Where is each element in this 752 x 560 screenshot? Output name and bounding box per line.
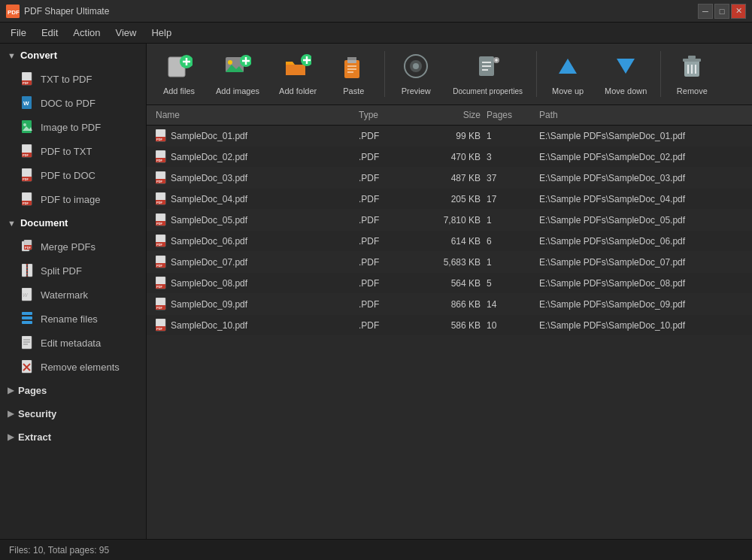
svg-text:PDF: PDF [25, 246, 32, 250]
document-properties-button[interactable]: Document properties [444, 48, 532, 100]
table-row[interactable]: PDF SampleDoc_01.pdf .PDF 99 KB 1 E:\Sam… [147, 126, 752, 147]
table-row[interactable]: PDF SampleDoc_04.pdf .PDF 205 KB 17 E:\S… [147, 189, 752, 210]
sidebar: ▼ Convert PDF TXT to PDF W DOC to PDF [0, 44, 147, 539]
svg-text:PDF: PDF [156, 243, 163, 247]
file-name: SampleDoc_06.pdf [171, 236, 247, 247]
file-size: 99 KB [416, 129, 484, 143]
move-up-button[interactable]: Move up [541, 48, 594, 100]
table-row[interactable]: PDF SampleDoc_02.pdf .PDF 470 KB 3 E:\Sa… [147, 147, 752, 168]
maximize-button[interactable]: □ [714, 4, 729, 19]
file-pdf-icon: PDF [156, 150, 166, 163]
remove-icon [678, 53, 705, 83]
sidebar-item-watermark[interactable]: W Watermark [0, 283, 146, 307]
table-row[interactable]: PDF SampleDoc_08.pdf .PDF 564 KB 5 E:\Sa… [147, 273, 752, 294]
svg-point-44 [228, 60, 232, 65]
sidebar-section-pages[interactable]: ▶ Pages [0, 379, 146, 402]
table-row[interactable]: PDF SampleDoc_06.pdf .PDF 614 KB 6 E:\Sa… [147, 231, 752, 252]
svg-point-8 [23, 123, 26, 126]
menu-help[interactable]: Help [144, 24, 179, 41]
file-name: SampleDoc_01.pdf [171, 131, 247, 141]
file-list-container: Name Type Size Pages Path PDF SampleDoc_… [147, 105, 752, 539]
move-down-button[interactable]: Move down [596, 48, 656, 100]
file-pages: 3 [484, 150, 536, 164]
svg-text:PDF: PDF [23, 201, 29, 205]
file-name-cell: PDF SampleDoc_10.pdf [153, 317, 356, 333]
sidebar-item-image-to-pdf[interactable]: Image to PDF [0, 115, 146, 139]
sidebar-item-pdf-to-doc[interactable]: PDF PDF to DOC [0, 163, 146, 187]
svg-text:PDF: PDF [156, 180, 163, 183]
sidebar-item-txt-to-pdf[interactable]: PDF TXT to PDF [0, 67, 146, 91]
minimize-button[interactable]: ─ [698, 4, 713, 19]
sidebar-item-pdf-to-txt[interactable]: PDF PDF to TXT [0, 139, 146, 163]
watermark-label: Watermark [41, 289, 88, 301]
add-images-icon [224, 53, 251, 83]
add-files-button[interactable]: Add files [153, 48, 205, 100]
menu-view[interactable]: View [108, 24, 144, 41]
paste-icon [340, 53, 367, 83]
sidebar-section-convert[interactable]: ▼ Convert [0, 44, 146, 67]
file-pages: 37 [484, 171, 536, 185]
title-bar: PDF PDF Shaper Ultimate ─ □ ✕ [0, 0, 752, 23]
svg-text:PDF: PDF [8, 9, 20, 16]
pdf-to-image-icon: PDF [21, 192, 35, 206]
sidebar-section-document[interactable]: ▼ Document [0, 211, 146, 235]
file-pdf-icon: PDF [156, 298, 166, 310]
close-button[interactable]: ✕ [731, 4, 746, 19]
file-path: E:\Sample PDFs\SampleDoc_05.pdf [536, 213, 746, 227]
toolbar: Add files Add images [147, 44, 752, 105]
svg-point-60 [413, 63, 419, 69]
file-name: SampleDoc_03.pdf [171, 173, 247, 183]
table-row[interactable]: PDF SampleDoc_07.pdf .PDF 5,683 KB 1 E:\… [147, 252, 752, 273]
sidebar-item-rename-files[interactable]: Rename files [0, 307, 146, 331]
window-controls: ─ □ ✕ [698, 4, 746, 19]
add-images-button[interactable]: Add images [207, 48, 268, 100]
table-row[interactable]: PDF SampleDoc_05.pdf .PDF 7,810 KB 1 E:\… [147, 210, 752, 231]
file-name: SampleDoc_09.pdf [171, 299, 247, 310]
table-row[interactable]: PDF SampleDoc_03.pdf .PDF 487 KB 37 E:\S… [147, 168, 752, 189]
table-row[interactable]: PDF SampleDoc_10.pdf .PDF 586 KB 10 E:\S… [147, 315, 752, 336]
col-path: Path [536, 108, 746, 122]
svg-marker-68 [559, 59, 577, 74]
remove-button[interactable]: Remove [666, 48, 718, 100]
menu-action[interactable]: Action [65, 24, 108, 41]
svg-text:PDF: PDF [23, 81, 29, 85]
preview-button[interactable]: Preview [390, 48, 442, 100]
doc-to-pdf-icon: W [21, 96, 35, 110]
svg-text:PDF: PDF [156, 327, 163, 331]
pages-section-label: Pages [18, 385, 47, 396]
menu-file[interactable]: File [3, 24, 34, 41]
paste-button[interactable]: Paste [327, 48, 380, 100]
sidebar-item-doc-to-pdf[interactable]: W DOC to PDF [0, 91, 146, 115]
merge-pdfs-label: Merge PDFs [41, 241, 96, 253]
file-name-cell: PDF SampleDoc_03.pdf [153, 170, 356, 186]
edit-metadata-icon [21, 336, 35, 350]
file-name-cell: PDF SampleDoc_07.pdf [153, 254, 356, 270]
file-pdf-icon: PDF [156, 171, 166, 184]
svg-rect-71 [683, 59, 701, 62]
add-images-label: Add images [216, 86, 259, 95]
file-pdf-icon: PDF [156, 277, 166, 289]
sidebar-item-split-pdf[interactable]: Split PDF [0, 259, 146, 283]
sidebar-item-remove-elements[interactable]: Remove elements [0, 355, 146, 379]
sidebar-section-extract[interactable]: ▶ Extract [0, 425, 146, 449]
convert-section-label: Convert [20, 50, 57, 61]
svg-text:PDF: PDF [156, 138, 163, 141]
add-folder-button[interactable]: Add folder [270, 48, 326, 100]
col-size: Size [416, 108, 484, 122]
svg-rect-72 [688, 56, 696, 59]
file-name-cell: PDF SampleDoc_02.pdf [153, 149, 356, 165]
table-row[interactable]: PDF SampleDoc_09.pdf .PDF 866 KB 14 E:\S… [147, 294, 752, 315]
file-path: E:\Sample PDFs\SampleDoc_08.pdf [536, 277, 746, 290]
svg-text:PDF: PDF [156, 264, 163, 268]
toolbar-sep-2 [536, 51, 537, 97]
sidebar-item-merge-pdfs[interactable]: PDF Merge PDFs [0, 235, 146, 259]
sidebar-item-edit-metadata[interactable]: Edit metadata [0, 331, 146, 355]
sidebar-item-pdf-to-image[interactable]: PDF PDF to image [0, 187, 146, 211]
file-pdf-icon: PDF [156, 213, 166, 226]
document-section-label: Document [20, 217, 68, 229]
col-pages: Pages [484, 108, 536, 122]
split-pdf-label: Split PDF [41, 265, 82, 277]
col-name: Name [153, 108, 356, 122]
sidebar-section-security[interactable]: ▶ Security [0, 402, 146, 425]
menu-edit[interactable]: Edit [34, 24, 65, 41]
